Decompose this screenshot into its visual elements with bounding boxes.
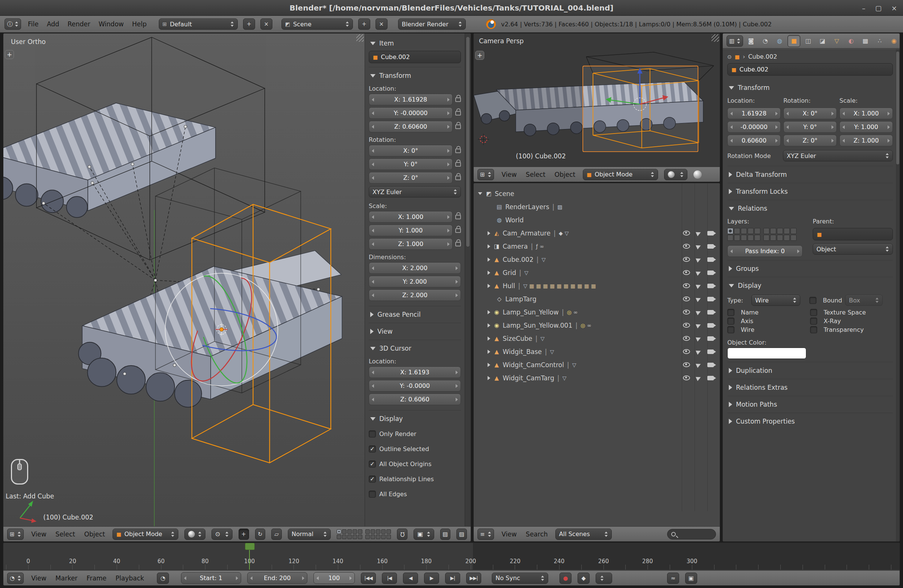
hide-toggle-icon[interactable]: [683, 270, 690, 275]
hide-toggle-icon[interactable]: [683, 283, 690, 288]
display-panel-header[interactable]: Display: [369, 411, 461, 426]
hide-toggle-icon[interactable]: [683, 376, 690, 380]
cursor-y-field[interactable]: Y: -0.0000: [369, 380, 461, 391]
location-x-field[interactable]: 1.61928: [727, 108, 781, 119]
relationship-lines-option[interactable]: ✓Relationship Lines: [369, 472, 461, 486]
cursor-x-field[interactable]: X: 1.6193: [369, 366, 461, 378]
object-name-field[interactable]: ■ Cube.002: [369, 51, 461, 63]
grease-pencil-panel-header[interactable]: Grease Pencil: [369, 307, 461, 322]
current-frame-field[interactable]: 100: [313, 572, 355, 584]
expand-icon[interactable]: [488, 336, 490, 340]
manipulator-scale-button[interactable]: ▱: [271, 528, 282, 540]
scale-z-field[interactable]: Z: 1.000: [369, 238, 453, 250]
prev-keyframe-button[interactable]: |◀: [382, 572, 397, 584]
selectable-toggle-icon[interactable]: [696, 230, 702, 236]
location-z-field[interactable]: 0.60600: [727, 135, 781, 146]
outliner-row-sizecube[interactable]: ▲ SizeCube | ▽: [474, 332, 720, 345]
render-toggle-icon[interactable]: [707, 349, 714, 354]
dimensions-z-field[interactable]: Z: 2.000: [369, 289, 461, 301]
outliner-row-widgit-base[interactable]: ▲ Widgit_Base | ▽: [474, 345, 720, 358]
outliner-row-scene[interactable]: ◩ Scene: [474, 187, 720, 200]
editor-type-button[interactable]: ⓘ: [5, 19, 21, 30]
editor-type-button[interactable]: ▥: [727, 35, 743, 47]
outliner-row-lamp-sun-yellow[interactable]: ◉ Lamp_Sun_Yellow | ◎ ∞: [474, 305, 720, 319]
rotation-x-field[interactable]: X: 0°: [783, 108, 837, 119]
menu-render[interactable]: Render: [66, 20, 92, 28]
jump-end-button[interactable]: ▶▶|: [466, 572, 481, 584]
lock-icon[interactable]: [455, 149, 461, 153]
lock-icon[interactable]: [455, 242, 461, 247]
render-toggle-icon[interactable]: [707, 363, 714, 367]
tab-object[interactable]: ■: [788, 35, 800, 47]
lock-icon[interactable]: [455, 162, 461, 167]
selectable-toggle-icon[interactable]: [696, 349, 702, 355]
outline-selected-option[interactable]: ✓Outline Selected: [369, 441, 461, 456]
mode-dropdown[interactable]: ■ Object Mode: [113, 528, 178, 540]
camera-view-canvas[interactable]: Camera Persp (100) Cube.002 +: [474, 33, 720, 167]
editor-type-button[interactable]: ≡: [477, 528, 494, 540]
jump-start-button[interactable]: |◀◀: [361, 572, 376, 584]
hide-toggle-icon[interactable]: [683, 323, 690, 328]
frame-menu[interactable]: Frame: [85, 574, 108, 583]
viewport-shading-dropdown[interactable]: [184, 528, 205, 540]
selectable-toggle-icon[interactable]: [696, 309, 702, 315]
bound-checkbox[interactable]: [809, 297, 816, 304]
groups-panel-header[interactable]: Groups: [727, 261, 893, 276]
custom-properties-panel-header[interactable]: Custom Properties: [727, 414, 893, 429]
cache-toggle[interactable]: ▣: [685, 572, 697, 584]
menu-help[interactable]: Help: [131, 20, 148, 28]
transform-orientation-dropdown[interactable]: Normal: [288, 528, 331, 540]
relations-extras-panel-header[interactable]: Relations Extras: [727, 380, 893, 395]
menu-add[interactable]: Add: [45, 20, 61, 28]
view-menu[interactable]: View: [30, 574, 48, 583]
add-screen-button[interactable]: +: [243, 19, 255, 30]
outliner-row-widgit-camtarg[interactable]: ▲ Widgit_CamTarg | ▽: [474, 371, 720, 384]
search-menu[interactable]: Search: [524, 530, 549, 539]
play-reverse-button[interactable]: ◀: [403, 572, 418, 584]
outliner-row-world[interactable]: ◍ World: [474, 213, 720, 226]
tab-material[interactable]: ◐: [845, 35, 857, 47]
selectable-toggle-icon[interactable]: [696, 336, 702, 341]
layer-grid[interactable]: [337, 529, 391, 539]
object-name-field[interactable]: ■ Cube.002: [727, 63, 893, 75]
frame-end-field[interactable]: End: 200: [247, 572, 307, 584]
only-render-option[interactable]: Only Render: [369, 426, 461, 441]
expand-icon[interactable]: [488, 270, 490, 275]
texture-space-option[interactable]: Texture Space: [810, 309, 893, 316]
render-toggle-icon[interactable]: [707, 310, 714, 314]
bound-type-dropdown[interactable]: Box: [845, 294, 883, 306]
tab-scene[interactable]: ◔: [759, 35, 772, 47]
menu-file[interactable]: File: [26, 20, 40, 28]
hide-toggle-icon[interactable]: [683, 336, 690, 341]
hide-toggle-icon[interactable]: [683, 310, 690, 314]
expand-icon[interactable]: [488, 244, 490, 248]
render-toggle-icon[interactable]: [707, 270, 714, 275]
expand-icon[interactable]: [478, 192, 482, 195]
playback-menu[interactable]: Playback: [114, 574, 146, 583]
toolbar-expand-button[interactable]: +: [475, 51, 484, 60]
outliner-row-grid[interactable]: ▲ Grid | ▽: [474, 266, 720, 279]
delete-scene-button[interactable]: ×: [376, 19, 387, 30]
render-toggle-icon[interactable]: [707, 323, 714, 328]
hide-toggle-icon[interactable]: [683, 362, 690, 367]
area-resize-grip[interactable]: [711, 34, 719, 42]
keying-set-button[interactable]: ◆: [577, 572, 590, 584]
lock-icon[interactable]: [455, 215, 461, 219]
expand-icon[interactable]: [488, 284, 490, 288]
render-toggle-icon[interactable]: [707, 336, 714, 341]
pivot-point-dropdown[interactable]: ⊙: [211, 528, 233, 540]
expand-icon[interactable]: [488, 231, 490, 235]
parent-type-dropdown[interactable]: Object: [813, 244, 893, 255]
tab-modifiers[interactable]: ◪: [816, 35, 829, 47]
expand-icon[interactable]: [488, 363, 490, 367]
hide-toggle-icon[interactable]: [683, 244, 690, 249]
select-menu[interactable]: Select: [524, 170, 547, 179]
rotation-y-field[interactable]: Y: 0°: [369, 158, 453, 170]
render-toggle-icon[interactable]: [707, 244, 714, 249]
scene-selector[interactable]: ◩ Scene: [282, 19, 353, 30]
current-frame-marker[interactable]: [249, 543, 250, 569]
playback-realtime-icon[interactable]: ◔: [157, 572, 169, 584]
tab-particles[interactable]: ∴: [873, 35, 886, 47]
dimensions-y-field[interactable]: Y: 2.000: [369, 276, 461, 288]
selectable-toggle-icon[interactable]: [696, 256, 702, 263]
